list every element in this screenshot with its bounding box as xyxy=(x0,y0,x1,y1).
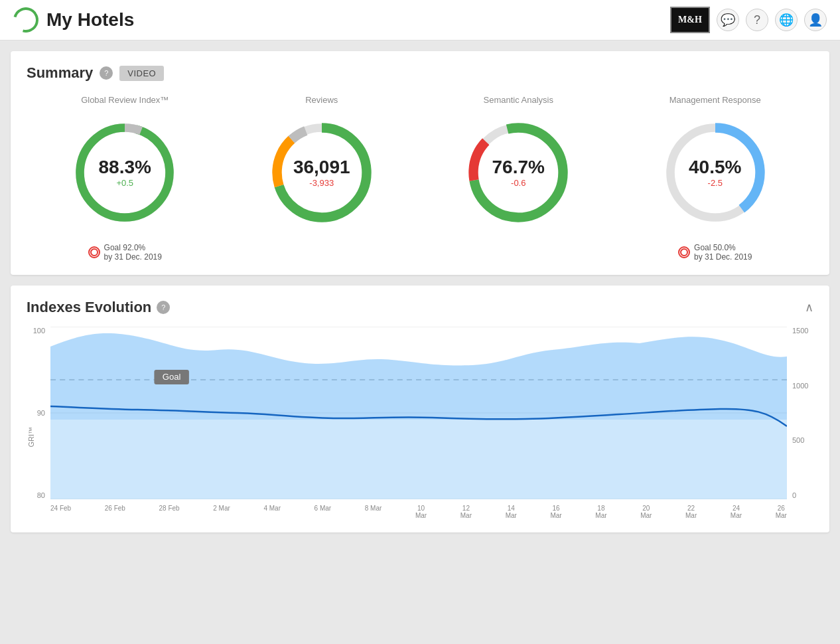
metric-mgmt-center: 40.5% -2.5 xyxy=(689,157,741,188)
metric-gri: Global Review Index™ 88.3% +0.5 xyxy=(27,95,224,262)
video-button[interactable]: VIDEO xyxy=(119,66,164,81)
mgmt-goal-label: Goal 50.0% xyxy=(694,243,752,252)
x-tick-2: 28 Feb xyxy=(159,505,180,519)
header-actions: M&H 💬 ? 🌐 👤 xyxy=(670,7,827,33)
speech-bubble-icon[interactable]: 💬 xyxy=(717,9,739,31)
metrics-row: Global Review Index™ 88.3% +0.5 xyxy=(27,95,813,262)
x-tick-7: 10Mar xyxy=(415,505,427,519)
metric-reviews-change: -3,933 xyxy=(293,178,350,188)
chart-svg-wrapper: Goal 24 Feb 26 Feb 28 Feb 2 Mar 4 Mar 6 … xyxy=(50,327,787,519)
y-tick-90: 90 xyxy=(37,409,45,417)
metric-semantic-label: Semantic Analysis xyxy=(484,95,554,105)
x-tick-8: 12Mar xyxy=(460,505,472,519)
summary-card: Summary ? VIDEO Global Review Index™ xyxy=(11,51,829,275)
metric-semantic-change: -0.6 xyxy=(492,178,545,188)
metric-reviews: Reviews 36,091 -3,933 xyxy=(224,95,421,238)
y-tick-80: 80 xyxy=(37,491,45,499)
summary-title: Summary xyxy=(27,64,93,82)
metric-mgmt-donut: 40.5% -2.5 xyxy=(656,113,775,232)
metric-mgmt-change: -2.5 xyxy=(689,178,741,188)
metric-reviews-label: Reviews xyxy=(305,95,338,105)
metric-gri-center: 88.3% +0.5 xyxy=(99,157,151,188)
metric-reviews-center: 36,091 -3,933 xyxy=(293,157,350,188)
x-tick-13: 22Mar xyxy=(685,505,697,519)
metric-gri-label: Global Review Index™ xyxy=(81,95,169,105)
x-tick-9: 14Mar xyxy=(506,505,517,519)
metric-reviews-donut: 36,091 -3,933 xyxy=(262,113,382,232)
chart-area: 100 90 80 GRI™ xyxy=(27,327,813,519)
y-tick-100: 100 xyxy=(33,327,45,335)
indexes-card: Indexes Evolution ? ∧ 100 90 80 GRI™ xyxy=(11,285,829,532)
metric-mgmt-value: 40.5% xyxy=(689,157,741,178)
x-tick-1: 26 Feb xyxy=(105,505,125,519)
y-right-tick-0: 0 xyxy=(792,491,796,499)
metric-mgmt-goal: Goal 50.0% by 31 Dec. 2019 xyxy=(678,243,752,262)
mgmt-goal-sub: by 31 Dec. 2019 xyxy=(694,252,752,262)
metric-semantic-value: 76.7% xyxy=(492,157,545,178)
x-tick-3: 2 Mar xyxy=(213,505,230,519)
metric-semantic-donut: 76.7% -0.6 xyxy=(458,113,578,232)
y-axis-left: 100 90 80 xyxy=(27,327,50,499)
summary-header: Summary ? VIDEO xyxy=(27,64,813,82)
x-tick-5: 6 Mar xyxy=(315,505,332,519)
summary-help-badge[interactable]: ? xyxy=(100,66,113,80)
x-axis: 24 Feb 26 Feb 28 Feb 2 Mar 4 Mar 6 Mar 8… xyxy=(50,502,787,519)
metric-mgmt-label: Management Response xyxy=(669,95,761,105)
gri-goal-label: Goal 92.0% xyxy=(104,243,162,252)
help-icon[interactable]: ? xyxy=(746,9,768,31)
metric-reviews-value: 36,091 xyxy=(293,157,350,178)
goal-icon xyxy=(88,246,100,258)
y-right-tick-1500: 1500 xyxy=(792,327,808,335)
x-tick-4: 4 Mar xyxy=(263,505,281,519)
x-tick-12: 20Mar xyxy=(640,505,652,519)
x-tick-10: 16Mar xyxy=(550,505,561,519)
metric-gri-goal: Goal 92.0% by 31 Dec. 2019 xyxy=(88,243,162,262)
header: My Hotels M&H 💬 ? 🌐 👤 xyxy=(0,0,840,40)
user-icon[interactable]: 👤 xyxy=(804,9,827,31)
goal-icon-2 xyxy=(678,246,690,258)
x-tick-15: 26Mar xyxy=(776,505,787,519)
globe-icon[interactable]: 🌐 xyxy=(775,9,798,31)
y-axis-right: 1500 1000 500 0 xyxy=(787,327,813,499)
collapse-icon[interactable]: ∧ xyxy=(805,300,813,315)
x-tick-14: 24Mar xyxy=(731,505,742,519)
x-tick-0: 24 Feb xyxy=(50,505,71,519)
mh-logo: M&H xyxy=(670,7,710,33)
metric-semantic: Semantic Analysis 76.7% -0.6 xyxy=(420,95,617,238)
app-title: My Hotels xyxy=(46,9,134,31)
y-axis-label: GRI™ xyxy=(27,427,35,447)
metric-gri-value: 88.3% xyxy=(99,157,151,178)
y-right-tick-1000: 1000 xyxy=(792,382,808,390)
chart-svg: Goal xyxy=(50,327,787,499)
indexes-header: Indexes Evolution ? ∧ xyxy=(27,299,813,316)
main-content: Summary ? VIDEO Global Review Index™ xyxy=(0,40,840,554)
logo-icon xyxy=(9,3,43,37)
svg-text:Goal: Goal xyxy=(163,372,181,382)
x-tick-11: 18Mar xyxy=(595,505,606,519)
metric-gri-donut: 88.3% +0.5 xyxy=(65,113,184,232)
metric-semantic-center: 76.7% -0.6 xyxy=(492,157,545,188)
metric-gri-change: +0.5 xyxy=(99,178,151,188)
y-right-tick-500: 500 xyxy=(792,436,804,444)
gri-goal-sub: by 31 Dec. 2019 xyxy=(104,252,162,262)
x-tick-6: 8 Mar xyxy=(365,505,382,519)
indexes-title: Indexes Evolution xyxy=(27,299,151,316)
metric-mgmt: Management Response 40.5% -2.5 G xyxy=(617,95,814,262)
indexes-title-row: Indexes Evolution ? xyxy=(27,299,170,316)
indexes-help-badge[interactable]: ? xyxy=(157,301,170,314)
